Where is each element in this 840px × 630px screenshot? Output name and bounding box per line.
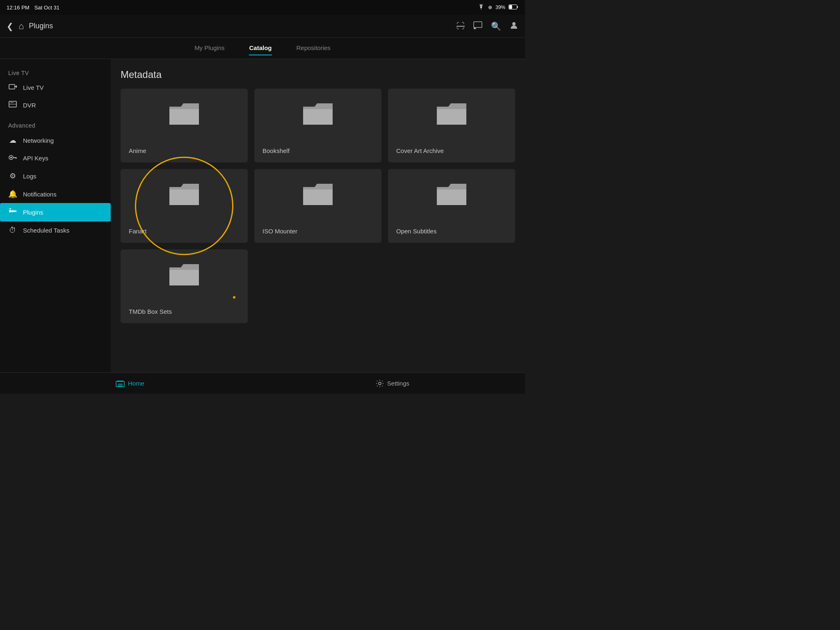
sidebar-section-live-tv: Live TV bbox=[0, 66, 111, 79]
plugins-icon bbox=[8, 208, 17, 217]
networking-icon: ☁ bbox=[8, 136, 17, 145]
sidebar: Live TV Live TV DVR Advanced ☁ bbox=[0, 59, 111, 372]
plugin-name-tmdb-box-sets: TMDb Box Sets bbox=[129, 308, 172, 315]
bottom-bar: Home Settings bbox=[0, 372, 525, 394]
sidebar-item-live-tv[interactable]: Live TV bbox=[0, 79, 111, 96]
nav-tabs: My Plugins Catalog Repositories bbox=[0, 38, 525, 59]
svg-rect-20 bbox=[117, 381, 123, 381]
plugin-name-open-subtitles: Open Subtitles bbox=[396, 228, 436, 235]
svg-rect-4 bbox=[9, 84, 15, 89]
sidebar-item-label: DVR bbox=[23, 102, 36, 109]
folder-icon-fanart bbox=[168, 181, 201, 208]
folder-icon-tmdb-box-sets bbox=[168, 262, 201, 288]
plugin-card-tmdb-box-sets[interactable]: TMDb Box Sets bbox=[121, 249, 248, 323]
plugin-card-iso-mounter[interactable]: ISO Mounter bbox=[254, 169, 381, 243]
bottom-home-button[interactable]: Home bbox=[116, 380, 144, 387]
plugin-name-anime: Anime bbox=[129, 147, 146, 154]
fanart-card-wrapper: Fanart bbox=[121, 169, 248, 243]
cast-icon[interactable] bbox=[473, 21, 483, 31]
tab-catalog[interactable]: Catalog bbox=[249, 41, 272, 55]
plugin-card-bookshelf[interactable]: Bookshelf bbox=[254, 89, 381, 162]
plugin-name-cover-art-archive: Cover Art Archive bbox=[396, 147, 444, 154]
svg-point-15 bbox=[9, 208, 11, 210]
api-keys-icon bbox=[8, 154, 17, 162]
sidebar-item-label: Logs bbox=[23, 173, 37, 180]
svg-point-10 bbox=[10, 157, 12, 158]
sidebar-item-logs[interactable]: ⚙ Logs bbox=[0, 167, 111, 185]
sidebar-item-dvr[interactable]: DVR bbox=[0, 96, 111, 114]
sidebar-item-label: API Keys bbox=[23, 155, 48, 162]
sidebar-item-label: Live TV bbox=[23, 84, 44, 91]
section-title: Metadata bbox=[121, 69, 515, 80]
svg-rect-19 bbox=[118, 383, 123, 387]
yellow-dot-indicator bbox=[233, 296, 235, 299]
svg-point-21 bbox=[379, 382, 381, 385]
sidebar-section-advanced: Advanced bbox=[0, 118, 111, 131]
status-right: ⊕ 39% bbox=[477, 4, 518, 11]
folder-icon-cover-art-archive bbox=[435, 101, 468, 128]
plugin-name-iso-mounter: ISO Mounter bbox=[262, 228, 297, 235]
top-bar-left: ❮ ⌂ Plugins bbox=[7, 21, 457, 32]
time: 12:16 PM bbox=[7, 5, 30, 11]
plugin-name-bookshelf: Bookshelf bbox=[262, 147, 290, 154]
sidebar-item-networking[interactable]: ☁ Networking bbox=[0, 131, 111, 149]
settings-label: Settings bbox=[387, 380, 409, 387]
live-tv-icon bbox=[8, 83, 17, 92]
bottom-settings-button[interactable]: Settings bbox=[376, 379, 409, 388]
profile-icon[interactable] bbox=[509, 21, 518, 32]
notifications-icon: 🔔 bbox=[8, 189, 17, 199]
battery-icon bbox=[509, 5, 518, 11]
content-area: Metadata Anime Bookshelf bbox=[111, 59, 525, 372]
scheduled-tasks-icon: ⏱ bbox=[8, 226, 17, 235]
tab-my-plugins[interactable]: My Plugins bbox=[194, 41, 224, 55]
sidebar-item-label: Notifications bbox=[23, 191, 57, 198]
svg-marker-17 bbox=[11, 210, 13, 212]
status-bar: 12:16 PM Sat Oct 31 ⊕ 39% bbox=[0, 0, 525, 15]
folder-icon-iso-mounter bbox=[301, 181, 334, 208]
plugin-name-fanart: Fanart bbox=[129, 228, 146, 235]
top-bar: ❮ ⌂ Plugins ⛶ 🔍 bbox=[0, 15, 525, 38]
no-cast-icon[interactable]: ⛶ bbox=[457, 21, 465, 31]
svg-point-3 bbox=[512, 22, 516, 25]
tab-repositories[interactable]: Repositories bbox=[297, 41, 331, 55]
battery: 39% bbox=[495, 5, 505, 10]
top-bar-right: ⛶ 🔍 bbox=[457, 21, 518, 32]
bottom-home-icon bbox=[116, 380, 125, 387]
sidebar-item-label: Scheduled Tasks bbox=[23, 227, 69, 234]
sidebar-item-label: Networking bbox=[23, 137, 54, 144]
folder-icon-open-subtitles bbox=[435, 181, 468, 208]
sidebar-item-notifications[interactable]: 🔔 Notifications bbox=[0, 185, 111, 203]
plugin-card-open-subtitles[interactable]: Open Subtitles bbox=[388, 169, 515, 243]
dvr-icon bbox=[8, 101, 17, 110]
sidebar-item-plugins[interactable]: Plugins bbox=[0, 203, 111, 221]
search-icon[interactable]: 🔍 bbox=[491, 21, 501, 31]
plugin-card-fanart[interactable]: Fanart bbox=[121, 169, 248, 243]
plugin-card-cover-art-archive[interactable]: Cover Art Archive bbox=[388, 89, 515, 162]
folder-icon-bookshelf bbox=[301, 101, 334, 128]
plugin-grid: Anime Bookshelf Cover Art Archive bbox=[121, 89, 515, 323]
logs-icon: ⚙ bbox=[8, 171, 17, 180]
settings-icon bbox=[376, 379, 384, 388]
home-button[interactable]: ⌂ bbox=[18, 21, 24, 32]
status-left: 12:16 PM Sat Oct 31 bbox=[7, 5, 59, 11]
wifi-icon bbox=[477, 4, 485, 11]
folder-icon-anime bbox=[168, 101, 201, 128]
location-icon: ⊕ bbox=[488, 5, 492, 10]
home-label: Home bbox=[128, 380, 144, 387]
svg-rect-2 bbox=[474, 22, 482, 27]
back-button[interactable]: ❮ bbox=[7, 21, 14, 31]
date: Sat Oct 31 bbox=[34, 5, 59, 11]
plugin-card-anime[interactable]: Anime bbox=[121, 89, 248, 162]
sidebar-item-api-keys[interactable]: API Keys bbox=[0, 149, 111, 167]
sidebar-item-label: Plugins bbox=[23, 209, 43, 216]
sidebar-item-scheduled-tasks[interactable]: ⏱ Scheduled Tasks bbox=[0, 221, 111, 239]
main-layout: Live TV Live TV DVR Advanced ☁ bbox=[0, 59, 525, 372]
page-title: Plugins bbox=[29, 22, 53, 30]
svg-rect-1 bbox=[509, 5, 512, 9]
